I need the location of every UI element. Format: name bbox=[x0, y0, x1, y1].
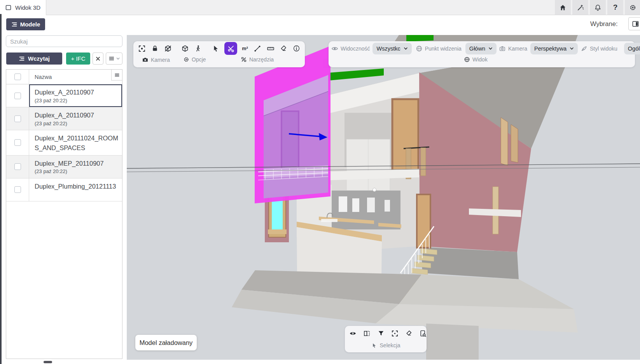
camera-mode-value: Perspektywa bbox=[534, 46, 567, 52]
clear-selection-button[interactable] bbox=[405, 329, 413, 337]
view-style-value: Ogólny bbox=[628, 46, 640, 52]
row-checkbox-cell bbox=[6, 84, 29, 107]
viewer-canvas[interactable]: m² Kamera Opcje Narzędzia bbox=[127, 35, 640, 360]
viewpoint-dropdown[interactable]: Główn bbox=[465, 43, 497, 54]
notifications-button[interactable] bbox=[590, 0, 606, 15]
row-name-cell[interactable]: Duplex_Plumbing_20121113 bbox=[29, 178, 122, 201]
area-measure-button[interactable]: m² bbox=[241, 45, 249, 52]
horizontal-scrollbar-thumb[interactable] bbox=[44, 361, 52, 363]
orbit-mode-button[interactable] bbox=[181, 45, 189, 52]
row-checkbox[interactable] bbox=[14, 186, 21, 193]
model-table: Nazwa Duplex_A_20110907 (23 paź 20:22) D… bbox=[6, 69, 122, 359]
selected-panel-button[interactable] bbox=[628, 17, 640, 30]
search-document-button[interactable] bbox=[419, 329, 427, 337]
no-3d-icon bbox=[164, 45, 172, 52]
row-name-cell[interactable]: Duplex_M_20111024_ROOMS_AND_SPACES bbox=[29, 130, 122, 155]
distance-measure-button[interactable] bbox=[254, 45, 261, 52]
camera-group-label: Kamera bbox=[151, 57, 170, 63]
add-ifc-label: + IFC bbox=[71, 55, 85, 62]
selection-label-row[interactable]: Selekcja bbox=[345, 341, 427, 350]
info-button[interactable] bbox=[292, 45, 300, 52]
camera-icon bbox=[499, 45, 506, 52]
info-icon bbox=[293, 45, 300, 52]
select-cursor-icon bbox=[371, 343, 377, 348]
lock-button[interactable] bbox=[151, 45, 159, 52]
model-date: (23 paź 20:22) bbox=[35, 121, 120, 126]
camera-mode-group: Kamera bbox=[499, 45, 527, 52]
add-ifc-button[interactable]: + IFC bbox=[66, 52, 90, 65]
show-selection-button[interactable] bbox=[349, 329, 357, 337]
table-row[interactable]: Duplex_MEP_20110907 (23 paź 20:22) bbox=[6, 156, 122, 178]
top-bar: Widok 3D ? bbox=[0, 0, 640, 15]
hamburger-icon bbox=[114, 72, 120, 78]
list-options-button[interactable] bbox=[106, 52, 122, 65]
table-row[interactable]: Duplex_A_20110907 (23 paź 20:22) bbox=[6, 84, 122, 107]
magic-wand-button[interactable] bbox=[572, 0, 588, 15]
models-button[interactable]: Modele bbox=[6, 18, 45, 30]
camera-group[interactable]: Kamera bbox=[142, 56, 170, 63]
column-menu-button[interactable] bbox=[111, 70, 122, 80]
table-row[interactable]: Duplex_Plumbing_20121113 bbox=[6, 178, 122, 201]
fit-view-button[interactable] bbox=[138, 45, 146, 52]
load-button-label: Wczytaj bbox=[28, 55, 50, 62]
view-group-label: Widok bbox=[472, 56, 488, 63]
visibility-label: Widoczność bbox=[341, 46, 370, 52]
view-group[interactable]: Widok bbox=[464, 56, 488, 63]
walk-mode-button[interactable] bbox=[194, 45, 202, 52]
row-name-cell[interactable]: Duplex_A_20110907 (23 paź 20:22) bbox=[29, 107, 122, 130]
select-tool-button[interactable] bbox=[212, 45, 220, 52]
select-all-checkbox[interactable] bbox=[14, 74, 21, 80]
load-model-button[interactable]: Wczytaj bbox=[6, 52, 62, 65]
visibility-group: Widoczność bbox=[331, 45, 370, 52]
eraser-button[interactable] bbox=[279, 45, 287, 52]
row-name-cell[interactable]: Duplex_MEP_20110907 (23 paź 20:22) bbox=[29, 156, 122, 178]
row-checkbox[interactable] bbox=[14, 163, 21, 170]
search-input[interactable] bbox=[6, 35, 122, 47]
ruler-button[interactable] bbox=[267, 45, 275, 52]
focus-selection-button[interactable] bbox=[391, 329, 399, 337]
row-checkbox-cell bbox=[6, 178, 29, 201]
section-cut-button[interactable] bbox=[224, 42, 237, 55]
tab-widok-3d[interactable]: Widok 3D bbox=[0, 0, 46, 15]
row-checkbox[interactable] bbox=[14, 139, 21, 146]
view-style-group: Styl widoku bbox=[581, 45, 617, 52]
collapsed-sidebar-strip[interactable] bbox=[0, 14, 2, 364]
home-button[interactable] bbox=[555, 0, 571, 15]
model-name: Duplex_M_20111024_ROOMS_AND_SPACES bbox=[35, 133, 120, 153]
notifications-bell-icon bbox=[594, 4, 602, 11]
distance-measure-icon bbox=[254, 45, 261, 52]
chevron-down-icon bbox=[404, 47, 408, 50]
help-button[interactable]: ? bbox=[607, 0, 623, 15]
model-name: Duplex_A_20110907 bbox=[35, 110, 120, 120]
row-checkbox[interactable] bbox=[14, 116, 21, 122]
view-style-dropdown[interactable]: Ogólny bbox=[624, 43, 640, 54]
focus-selection-icon bbox=[391, 330, 399, 337]
selection-tools-row bbox=[345, 326, 427, 341]
window-icon bbox=[5, 4, 12, 11]
settings-button[interactable] bbox=[625, 0, 640, 15]
row-name-cell[interactable]: Duplex_A_20110907 (23 paź 20:22) bbox=[29, 84, 122, 107]
tools-group[interactable]: Narzędzia bbox=[241, 56, 274, 63]
row-checkbox[interactable] bbox=[14, 93, 21, 99]
camera-mode-dropdown[interactable]: Perspektywa bbox=[530, 43, 578, 54]
split-compare-button[interactable] bbox=[363, 329, 371, 337]
layers-icon bbox=[11, 21, 17, 28]
visibility-dropdown[interactable]: Wszystkc bbox=[372, 43, 411, 54]
filter-button[interactable] bbox=[377, 329, 385, 337]
clear-button[interactable] bbox=[93, 52, 103, 65]
camera-icon bbox=[142, 56, 149, 63]
chevron-down-icon bbox=[116, 57, 120, 60]
table-row[interactable]: Duplex_M_20111024_ROOMS_AND_SPACES bbox=[6, 130, 122, 156]
viewpoint-value: Główn bbox=[469, 46, 485, 52]
options-group[interactable]: Opcje bbox=[183, 56, 206, 63]
options-group-label: Opcje bbox=[192, 56, 206, 63]
search-document-icon bbox=[419, 330, 427, 337]
disable-3d-button[interactable] bbox=[164, 45, 172, 52]
table-row[interactable]: Duplex_A_20110907 (23 paź 20:22) bbox=[6, 107, 122, 130]
model-3d-scene[interactable] bbox=[127, 35, 640, 360]
eye-icon bbox=[331, 45, 338, 52]
name-column-header[interactable]: Nazwa bbox=[29, 74, 52, 80]
model-date: (23 paź 20:22) bbox=[35, 168, 120, 174]
visibility-value: Wszystkc bbox=[376, 46, 400, 52]
close-icon bbox=[95, 56, 101, 62]
